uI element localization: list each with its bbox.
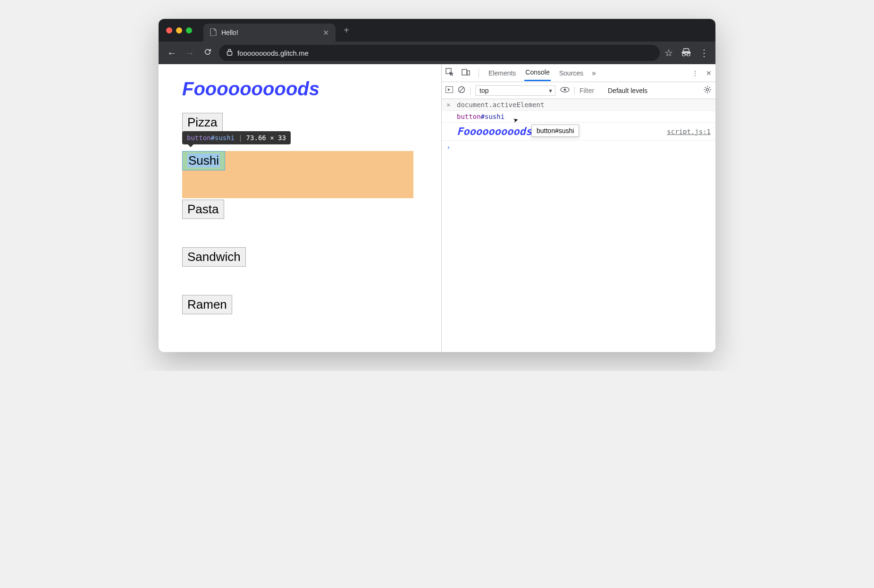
source-link[interactable]: script.js:1 <box>667 128 711 135</box>
url-text: foooooooods.glitch.me <box>237 49 309 57</box>
tooltip-id: #sushi <box>211 134 235 142</box>
console-sidebar-toggle-icon[interactable] <box>445 86 453 94</box>
svg-point-9 <box>706 89 709 91</box>
live-expression-icon[interactable] <box>560 86 570 94</box>
pasta-button[interactable]: Pasta <box>182 200 224 219</box>
browser-tab[interactable]: Hello! ✕ <box>203 24 336 42</box>
console-settings-icon[interactable] <box>703 85 712 95</box>
console-output: × document.activeElement button#sushi ➤ … <box>442 99 715 352</box>
content-area: Fooooooooods Pizza button#sushi | 73.66 … <box>159 64 715 352</box>
inspected-element-wrap: button#sushi | 73.66 × 33 Sushi <box>182 151 418 170</box>
tab-sources[interactable]: Sources <box>558 66 584 81</box>
incognito-icon[interactable] <box>681 48 691 59</box>
context-selector[interactable]: top <box>475 85 555 96</box>
svg-rect-0 <box>227 51 232 55</box>
hover-tooltip: button#sushi <box>531 125 579 137</box>
svg-line-6 <box>460 88 464 92</box>
sandwich-button[interactable]: Sandwich <box>182 247 246 267</box>
browser-menu-icon[interactable]: ⋮ <box>699 47 709 59</box>
console-expression: document.activeElement <box>457 101 544 109</box>
log-text: Fooooooooods <box>457 126 532 137</box>
page-viewport: Fooooooooods Pizza button#sushi | 73.66 … <box>159 64 442 352</box>
tooltip-dimensions: 73.66 × 33 <box>246 134 286 142</box>
svg-point-8 <box>564 89 566 91</box>
pizza-button[interactable]: Pizza <box>182 113 223 132</box>
console-prompt[interactable]: › <box>442 141 715 154</box>
result-tag: button <box>457 113 481 120</box>
forward-button[interactable]: → <box>183 48 196 59</box>
console-result-row[interactable]: button#sushi <box>442 111 715 123</box>
window-controls <box>166 27 192 34</box>
ramen-button[interactable]: Ramen <box>182 295 232 314</box>
svg-rect-2 <box>462 69 467 75</box>
tooltip-tag: button <box>187 134 211 142</box>
tab-title: Hello! <box>221 29 238 36</box>
sushi-button[interactable]: Sushi <box>182 151 225 170</box>
devtools-tabs: Elements Console Sources » ⋮ ✕ <box>442 64 715 82</box>
lock-icon <box>227 49 233 57</box>
devtools-panel: Elements Console Sources » ⋮ ✕ top <box>442 64 715 352</box>
page-heading: Fooooooooods <box>182 78 418 100</box>
tab-console[interactable]: Console <box>524 65 550 81</box>
console-command-row: × document.activeElement <box>442 99 715 111</box>
devtools-menu-icon[interactable]: ⋮ <box>692 69 698 77</box>
inspect-element-icon[interactable] <box>445 68 454 78</box>
device-toolbar-icon[interactable] <box>462 68 470 78</box>
browser-window: Hello! ✕ + ← → foooooooods.glitch.me ☆ ⋮ <box>159 19 715 352</box>
reload-button[interactable] <box>201 48 214 59</box>
inspect-tooltip: button#sushi | 73.66 × 33 <box>182 131 291 144</box>
back-button[interactable]: ← <box>165 48 178 59</box>
svg-rect-3 <box>467 71 470 75</box>
filter-wrap <box>574 87 603 94</box>
close-tab-icon[interactable]: ✕ <box>323 28 329 37</box>
clear-console-icon[interactable] <box>458 86 465 95</box>
titlebar: Hello! ✕ + <box>159 19 715 42</box>
file-icon <box>210 28 217 37</box>
result-id: #sushi <box>481 113 505 120</box>
console-toolbar: top Default levels <box>442 82 715 99</box>
close-devtools-icon[interactable]: ✕ <box>706 69 712 77</box>
clear-expression-icon[interactable]: × <box>446 101 453 109</box>
omnibox[interactable]: foooooooods.glitch.me <box>219 45 660 61</box>
minimize-window-button[interactable] <box>176 27 182 34</box>
new-tab-button[interactable]: + <box>338 22 354 38</box>
maximize-window-button[interactable] <box>186 27 192 34</box>
more-tabs-icon[interactable]: » <box>592 69 596 77</box>
tab-elements[interactable]: Elements <box>487 66 517 81</box>
bookmark-icon[interactable]: ☆ <box>664 47 673 59</box>
filter-input[interactable] <box>580 87 603 94</box>
close-window-button[interactable] <box>166 27 172 34</box>
log-levels-selector[interactable]: Default levels <box>608 87 647 94</box>
address-bar: ← → foooooooods.glitch.me ☆ ⋮ <box>159 42 715 64</box>
